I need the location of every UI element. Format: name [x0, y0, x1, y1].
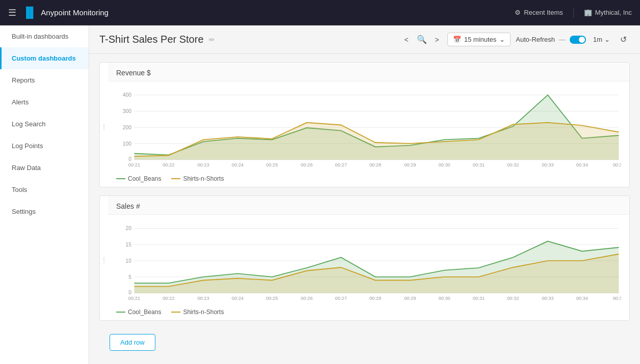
- sidebar: Built-in dashboards Custom dashboards Re…: [0, 25, 89, 364]
- sidebar-item-settings[interactable]: Settings: [0, 201, 89, 222]
- dashboard-content: ⋮ Revenue $ 400 300 200 100 0: [89, 54, 640, 364]
- sales-cool-beans-legend-label: Cool_Beans: [128, 309, 161, 316]
- time-forward-button[interactable]: >: [432, 35, 442, 45]
- nav-divider: [573, 8, 574, 18]
- page-title: T-Shirt Sales Per Store ✏: [99, 34, 396, 45]
- sales-shirts-legend-line: [171, 312, 180, 313]
- svg-text:400: 400: [123, 92, 131, 98]
- time-range-label: 15 minutes: [464, 36, 497, 43]
- svg-text:00:23: 00:23: [197, 296, 209, 301]
- revenue-chart-inner: Revenue $ 400 300 200 100 0: [108, 63, 629, 187]
- time-range-selector[interactable]: 📅 15 minutes ⌄: [447, 33, 511, 46]
- toolbar: T-Shirt Sales Per Store ✏ < 🔍 > 📅 15 min…: [89, 25, 640, 54]
- sales-legend-cool-beans: Cool_Beans: [116, 309, 161, 316]
- chart-drag-handle[interactable]: ⋮: [100, 63, 108, 187]
- svg-text:00:25: 00:25: [266, 162, 278, 167]
- refresh-interval-selector[interactable]: 1m ⌄: [589, 34, 614, 45]
- shirts-legend-label: Shirts-n-Shorts: [183, 175, 224, 182]
- cool-beans-legend-label: Cool_Beans: [128, 175, 161, 182]
- refresh-interval-chevron: ⌄: [604, 36, 610, 43]
- svg-text:00:29: 00:29: [404, 296, 416, 301]
- sales-chart-svg: 20 15 10 5 0: [116, 221, 621, 302]
- app-logo: ▐▌ Anypoint Monitoring: [22, 7, 109, 18]
- sales-chart-legend: Cool_Beans Shirts-n-Shorts: [116, 304, 621, 318]
- svg-text:00:28: 00:28: [369, 162, 381, 167]
- revenue-chart-title: Revenue $: [108, 63, 629, 81]
- sales-chart-card: ⋮ Sales # 20 15 10 5 0: [99, 195, 630, 321]
- svg-text:00:29: 00:29: [404, 162, 416, 167]
- sales-chart-title: Sales #: [108, 196, 629, 215]
- refresh-button[interactable]: ↺: [617, 33, 630, 46]
- toolbar-controls: < 🔍 > 📅 15 minutes ⌄ Auto-Refresh — 1m ⌄: [401, 33, 630, 46]
- main-content: T-Shirt Sales Per Store ✏ < 🔍 > 📅 15 min…: [89, 25, 640, 364]
- sales-cool-beans-legend-line: [116, 312, 125, 313]
- auto-refresh-toggle[interactable]: [570, 36, 586, 44]
- svg-text:00:26: 00:26: [301, 162, 312, 167]
- svg-text:00:33: 00:33: [542, 296, 553, 301]
- app-name: Anypoint Monitoring: [41, 8, 109, 17]
- shirts-legend-line: [171, 178, 180, 179]
- svg-text:300: 300: [123, 108, 131, 114]
- svg-text:00:26: 00:26: [301, 296, 312, 301]
- svg-text:0: 0: [128, 156, 131, 162]
- sidebar-item-tools[interactable]: Tools: [0, 179, 89, 201]
- svg-text:100: 100: [123, 141, 131, 147]
- svg-text:00:35: 00:35: [613, 162, 621, 167]
- org-menu[interactable]: 🏢 Mythical, Inc: [584, 9, 632, 16]
- sidebar-item-raw-data[interactable]: Raw Data: [0, 157, 89, 179]
- hamburger-icon[interactable]: ☰: [8, 7, 16, 18]
- svg-text:00:24: 00:24: [232, 296, 244, 301]
- svg-text:00:34: 00:34: [576, 162, 588, 167]
- time-search-button[interactable]: 🔍: [414, 34, 430, 45]
- legend-shirts-n-shorts: Shirts-n-Shorts: [171, 175, 224, 182]
- add-row-button[interactable]: Add row: [110, 334, 155, 351]
- sales-chart-drag-handle[interactable]: ⋮: [100, 196, 108, 321]
- svg-text:00:22: 00:22: [163, 162, 174, 167]
- svg-text:00:34: 00:34: [576, 296, 588, 301]
- sidebar-item-custom-dashboards[interactable]: Custom dashboards: [0, 47, 89, 69]
- svg-text:15: 15: [125, 242, 131, 247]
- calendar-icon: 📅: [453, 36, 461, 43]
- edit-title-icon[interactable]: ✏: [209, 36, 215, 44]
- svg-text:00:30: 00:30: [438, 162, 450, 167]
- svg-text:00:27: 00:27: [335, 296, 347, 301]
- time-navigation: < 🔍 >: [401, 34, 442, 45]
- svg-text:00:30: 00:30: [438, 296, 450, 301]
- sidebar-item-alerts[interactable]: Alerts: [0, 91, 89, 113]
- legend-cool-beans: Cool_Beans: [116, 175, 161, 182]
- svg-text:00:31: 00:31: [473, 296, 485, 301]
- sidebar-item-built-in-dashboards[interactable]: Built-in dashboards: [0, 25, 89, 47]
- auto-refresh-label: Auto-Refresh: [516, 36, 555, 43]
- org-name: Mythical, Inc: [595, 9, 632, 16]
- refresh-interval-label: 1m: [593, 36, 602, 43]
- sidebar-item-reports[interactable]: Reports: [0, 69, 89, 91]
- svg-text:20: 20: [125, 226, 131, 231]
- sidebar-item-log-points[interactable]: Log Points: [0, 135, 89, 157]
- sidebar-item-log-search[interactable]: Log Search: [0, 113, 89, 135]
- svg-text:5: 5: [128, 274, 131, 280]
- svg-text:00:22: 00:22: [163, 296, 174, 301]
- main-layout: Built-in dashboards Custom dashboards Re…: [0, 25, 640, 364]
- cool-beans-legend-line: [116, 178, 125, 179]
- svg-text:00:28: 00:28: [369, 296, 381, 301]
- revenue-chart-card: ⋮ Revenue $ 400 300 200 100 0: [99, 62, 630, 187]
- sales-legend-shirts-n-shorts: Shirts-n-Shorts: [171, 309, 224, 316]
- revenue-chart-svg: 400 300 200 100 0: [116, 88, 621, 169]
- svg-text:00:21: 00:21: [128, 162, 140, 167]
- chart-card-drag-container: ⋮ Revenue $ 400 300 200 100 0: [100, 63, 629, 187]
- svg-text:00:27: 00:27: [335, 162, 347, 167]
- svg-text:00:33: 00:33: [542, 162, 553, 167]
- svg-text:200: 200: [123, 125, 131, 130]
- auto-refresh-section: Auto-Refresh — 1m ⌄ ↺: [516, 33, 630, 46]
- svg-text:00:25: 00:25: [266, 296, 278, 301]
- recent-items-button[interactable]: ⚙ Recent Items: [515, 9, 563, 16]
- svg-text:00:35: 00:35: [613, 296, 621, 301]
- svg-text:00:24: 00:24: [232, 162, 244, 167]
- add-row-section: Add row: [99, 329, 630, 356]
- time-back-button[interactable]: <: [401, 35, 411, 45]
- recent-items-icon: ⚙: [515, 9, 521, 16]
- svg-text:00:31: 00:31: [473, 162, 485, 167]
- svg-text:00:23: 00:23: [197, 162, 209, 167]
- sales-chart-body: 20 15 10 5 0: [108, 215, 629, 321]
- svg-marker-11: [135, 123, 619, 160]
